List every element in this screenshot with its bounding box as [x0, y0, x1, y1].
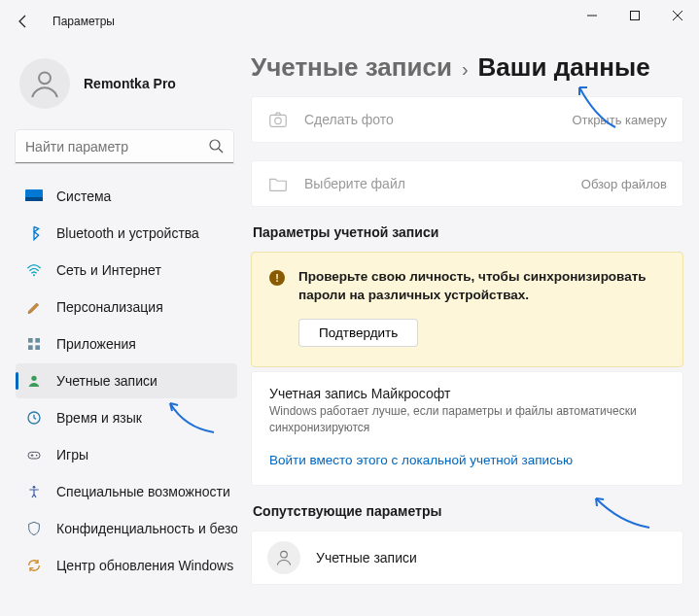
svg-rect-11 — [35, 345, 40, 350]
sidebar-item-label: Bluetooth и устройства — [56, 225, 199, 241]
accounts-icon — [25, 372, 43, 390]
related-settings-heading: Сопутствующие параметры — [253, 503, 683, 519]
personalization-icon — [25, 298, 43, 316]
sidebar-item-system[interactable]: Система — [16, 179, 237, 214]
sign-in-local-account-link[interactable]: Войти вместо этого с локальной учетной з… — [269, 453, 665, 467]
network-icon — [25, 261, 43, 279]
take-photo-label: Сделать фото — [304, 112, 556, 127]
svg-rect-9 — [35, 338, 40, 343]
svg-rect-8 — [28, 338, 33, 343]
folder-icon — [267, 173, 289, 194]
svg-point-7 — [33, 274, 35, 276]
sidebar-item-accessibility[interactable]: Специальные возможности — [16, 474, 237, 509]
sidebar-item-personalization[interactable]: Персонализация — [16, 290, 237, 325]
sidebar-item-time[interactable]: Время и язык — [16, 400, 237, 435]
account-settings-heading: Параметры учетной записи — [253, 224, 683, 240]
sidebar-item-label: Центр обновления Windows — [56, 558, 233, 573]
sidebar-item-bluetooth[interactable]: Bluetooth и устройства — [16, 216, 237, 251]
sidebar-item-label: Учетные записи — [56, 373, 157, 389]
chevron-right-icon: › — [462, 58, 469, 81]
system-icon — [25, 188, 43, 205]
sidebar-item-label: Конфиденциальность и безопасность — [56, 521, 237, 536]
ms-account-subtitle: Windows работает лучше, если параметры и… — [269, 403, 665, 436]
avatar — [19, 58, 70, 109]
verify-identity-text: Проверьте свою личность, чтобы синхрониз… — [298, 268, 665, 305]
svg-point-2 — [39, 72, 51, 84]
sidebar-item-label: Специальные возможности — [56, 484, 230, 499]
close-button[interactable] — [656, 0, 699, 31]
verify-button[interactable]: Подтвердить — [298, 319, 418, 347]
ms-account-title: Учетная запись Майкрософт — [269, 386, 665, 401]
search-box[interactable] — [16, 130, 233, 163]
svg-rect-14 — [28, 452, 40, 459]
search-icon — [208, 138, 224, 157]
svg-point-12 — [31, 376, 36, 381]
window-title: Параметры — [52, 15, 115, 28]
svg-point-18 — [275, 118, 281, 123]
sidebar-item-label: Игры — [56, 447, 88, 462]
breadcrumb: Учетные записи › Ваши данные — [251, 52, 683, 83]
back-button[interactable] — [12, 10, 35, 33]
maximize-button[interactable] — [613, 0, 656, 31]
take-photo-row: Сделать фото Открыть камеру — [252, 97, 682, 142]
sidebar-item-label: Система — [56, 188, 111, 204]
svg-rect-10 — [28, 345, 33, 350]
breadcrumb-current: Ваши данные — [478, 52, 650, 83]
privacy-icon — [25, 520, 43, 537]
verify-identity-notice: ! Проверьте свою личность, чтобы синхрон… — [251, 252, 683, 367]
browse-files-button[interactable]: Обзор файлов — [581, 177, 667, 191]
gaming-icon — [25, 446, 43, 463]
sidebar-item-label: Приложения — [56, 336, 136, 352]
svg-rect-17 — [270, 115, 287, 126]
choose-file-label: Выберите файл — [304, 176, 566, 191]
svg-point-16 — [33, 486, 36, 489]
search-input[interactable] — [16, 130, 233, 163]
update-icon — [25, 557, 43, 574]
apps-icon — [25, 335, 43, 353]
accessibility-icon — [25, 483, 43, 500]
svg-rect-1 — [631, 12, 640, 20]
breadcrumb-parent[interactable]: Учетные записи — [251, 52, 452, 83]
related-accounts-label: Учетные записи — [316, 550, 417, 565]
bluetooth-icon — [25, 224, 43, 242]
svg-point-19 — [281, 552, 288, 559]
profile-block[interactable]: Remontka Pro — [16, 51, 237, 126]
svg-point-15 — [36, 455, 38, 457]
sidebar-item-label: Время и язык — [56, 410, 142, 426]
microsoft-account-card: Учетная запись Майкрософт Windows работа… — [251, 371, 683, 487]
time-icon — [25, 409, 43, 427]
svg-line-4 — [219, 149, 223, 153]
sidebar-item-gaming[interactable]: Игры — [16, 437, 237, 472]
sidebar-item-accounts[interactable]: Учетные записи — [16, 363, 237, 398]
sidebar-item-update[interactable]: Центр обновления Windows — [16, 548, 237, 583]
sidebar-item-apps[interactable]: Приложения — [16, 326, 237, 361]
sidebar-item-network[interactable]: Сеть и Интернет — [16, 253, 237, 288]
warning-icon: ! — [269, 270, 285, 286]
svg-rect-6 — [25, 197, 43, 201]
person-icon — [267, 541, 300, 574]
sidebar-item-label: Сеть и Интернет — [56, 262, 161, 278]
profile-name: Remontka Pro — [84, 76, 176, 91]
camera-icon — [267, 109, 289, 130]
related-accounts-row[interactable]: Учетные записи — [252, 531, 682, 584]
minimize-button[interactable] — [571, 0, 613, 31]
sidebar-item-privacy[interactable]: Конфиденциальность и безопасность — [16, 511, 237, 546]
open-camera-button[interactable]: Открыть камеру — [572, 113, 667, 127]
svg-point-3 — [210, 140, 220, 150]
sidebar-item-label: Персонализация — [56, 299, 163, 315]
choose-file-row: Выберите файл Обзор файлов — [252, 161, 682, 206]
